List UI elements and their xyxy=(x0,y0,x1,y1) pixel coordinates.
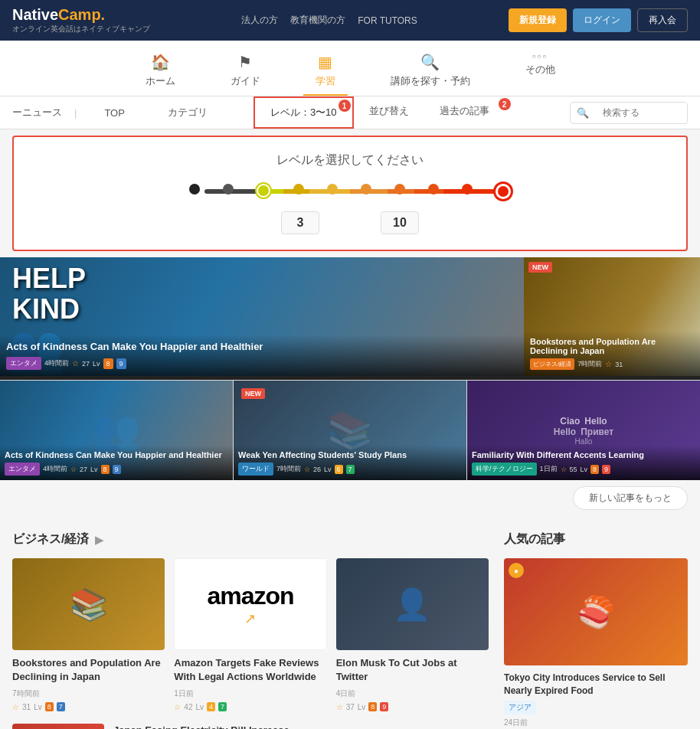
amazon-card-time: 1日前 xyxy=(174,688,194,699)
bookstore-card-stats: ☆ 31 Lv 8 7 xyxy=(12,702,165,711)
nav-home[interactable]: 🏠 ホーム xyxy=(133,47,188,96)
slider-dot-1[interactable] xyxy=(189,184,200,195)
article-amazon: amazon ↗ Amazon Targets Fake Reviews Wit… xyxy=(174,558,326,711)
edu-link[interactable]: 教育機関の方 xyxy=(290,14,345,27)
news-label: ーニュース xyxy=(12,106,62,119)
nav-study[interactable]: ▦ 学習 xyxy=(303,47,348,96)
elon-card-meta: 4日前 xyxy=(336,688,489,699)
elon-thumb-img: 👤 xyxy=(336,558,489,650)
nav-guide[interactable]: ⚑ ガイド xyxy=(218,47,273,96)
elon-thumb: 👤 xyxy=(336,558,489,650)
level-max-value[interactable]: 10 xyxy=(381,211,419,234)
strip-accents: CiaoHello HelloПривет Hallo Familiarity … xyxy=(467,381,700,480)
tab-sort[interactable]: 並び替え xyxy=(354,96,424,129)
level-min-value[interactable]: 3 xyxy=(281,211,319,234)
news-nav-section: ーニュース | TOP カテゴリ xyxy=(12,98,223,127)
slider-dot-8[interactable] xyxy=(428,184,439,195)
hero-meta: エンタメ 4時間前 ☆ 27 Lv 8 9 xyxy=(6,357,518,370)
nav-other[interactable]: ○○○ その他 xyxy=(513,47,568,96)
slider-dot-9[interactable] xyxy=(462,184,473,195)
sushi-tag-area: アジア xyxy=(504,701,688,718)
sushi-thumb: 🍣 ● xyxy=(504,558,688,665)
elon-star-icon: ☆ xyxy=(336,703,343,711)
bookstore-stars: 31 xyxy=(615,361,623,368)
hero-overlay: Acts of Kindness Can Make You Happier an… xyxy=(0,335,524,376)
teacher-icon: 🔍 xyxy=(420,53,440,71)
strip-kindness-cat: エンタメ xyxy=(5,463,40,476)
tab-top[interactable]: TOP xyxy=(89,100,140,126)
slider-dot-7[interactable] xyxy=(394,184,405,195)
small-article-electricity: ⚡ Japan Easing Electricity Bill Increase… xyxy=(12,724,489,729)
register-button[interactable]: 新規登録 xyxy=(509,8,567,32)
strip-kindness-lv: Lv xyxy=(90,466,98,473)
strip-accents-lv1: 8 xyxy=(590,465,599,474)
logo-text: NativeCamp. xyxy=(12,6,150,24)
login-button[interactable]: ログイン xyxy=(573,8,631,32)
strip-accents-star: ☆ xyxy=(561,466,567,473)
slider-container xyxy=(29,184,671,199)
strip-weakyen-meta: ワールド 7時間前 ☆ 26 Lv 6 7 xyxy=(238,463,462,476)
slider-dot-2[interactable] xyxy=(223,184,234,195)
strip-accents-meta: 科学/テクノロジー 1日前 ☆ 55 Lv 8 9 xyxy=(472,463,695,476)
amazon-thumb: amazon ↗ xyxy=(174,558,326,650)
guide-icon: ⚑ xyxy=(238,53,252,71)
strip-weakyen: 📚 NEW Weak Yen Affecting Students' Study… xyxy=(234,381,467,480)
sub-nav: ーニュース | TOP カテゴリ レベル：3〜10 1 並び替え 過去の記事 2… xyxy=(0,96,700,129)
elon-lv1: 8 xyxy=(368,702,377,711)
slider-dot-4[interactable] xyxy=(293,184,304,195)
tab-history[interactable]: 過去の記事 2 xyxy=(424,96,505,129)
amazon-lv-label: Lv xyxy=(195,703,204,711)
slider-dot-6[interactable] xyxy=(361,184,371,195)
sushi-time: 24日前 xyxy=(504,718,688,728)
electricity-thumb-img: ⚡ xyxy=(12,724,104,729)
electricity-title: Japan Easing Electricity Bill Increase xyxy=(113,724,489,729)
corp-link[interactable]: 法人の方 xyxy=(241,14,278,27)
bookstore-card-lv1: 8 xyxy=(45,702,54,711)
more-btn-row: 新しい記事をもっと xyxy=(0,480,700,516)
tab-level[interactable]: レベル：3〜10 1 xyxy=(254,96,354,129)
elon-lv-label: Lv xyxy=(358,703,366,711)
strip-kindness-time: 4時間前 xyxy=(43,464,67,474)
more-button[interactable]: 新しい記事をもっと xyxy=(573,486,688,510)
hero-lv2: 9 xyxy=(116,358,126,369)
bookstore-card-meta: 7時間前 xyxy=(12,688,165,699)
slider-dot-5[interactable] xyxy=(327,184,338,195)
hero-lv1: 8 xyxy=(103,358,113,369)
strip-accents-time: 1日前 xyxy=(540,464,558,474)
bookstore-card-star-icon: ☆ xyxy=(12,703,19,711)
bookstore-star: ☆ xyxy=(605,360,612,368)
amazon-stars: 42 xyxy=(184,703,192,711)
strip-accents-title: Familiarity With Different Accents Learn… xyxy=(472,449,695,460)
main-content: ビジネス/経済 ▶ 📚 Bookstores and Population Ar… xyxy=(12,531,489,729)
search-input[interactable] xyxy=(595,103,687,123)
sushi-tag: アジア xyxy=(504,701,536,714)
popular-section-title: 人気の記事 xyxy=(504,531,688,548)
slider-dot-10[interactable] xyxy=(496,184,511,199)
amazon-card-stats: ☆ 42 Lv 4 7 xyxy=(174,702,326,711)
strip-weakyen-overlay: Weak Yen Affecting Students' Study Plans… xyxy=(234,445,466,480)
strip-weakyen-title: Weak Yen Affecting Students' Study Plans xyxy=(238,449,462,460)
slider-dot-3[interactable] xyxy=(257,184,270,198)
strip-weakyen-stars: 26 xyxy=(313,466,321,473)
elon-stars: 37 xyxy=(346,703,355,711)
tab-level-label: レベル：3〜10 xyxy=(270,106,337,118)
hero-stars: 27 xyxy=(82,360,90,368)
section-arrow-icon: ▶ xyxy=(95,534,103,546)
nav-home-label: ホーム xyxy=(146,74,175,88)
rejoin-button[interactable]: 再入会 xyxy=(637,8,688,32)
new-icon: NEW xyxy=(241,388,265,399)
strip-kindness-overlay: Acts of Kindness Can Make You Happier an… xyxy=(0,445,233,480)
tab-category[interactable]: カテゴリ xyxy=(152,98,223,127)
amazon-thumb-img: amazon ↗ xyxy=(174,558,326,650)
hero-star: ☆ xyxy=(72,359,79,368)
popular-badge-1: ● xyxy=(509,563,524,578)
home-icon: 🏠 xyxy=(151,53,170,71)
tutor-link[interactable]: FOR TUTORS xyxy=(358,15,417,26)
strip-weakyen-lv2: 7 xyxy=(346,465,355,474)
amazon-lv1: 4 xyxy=(207,702,215,711)
nav-teacher[interactable]: 🔍 講師を探す・予約 xyxy=(378,47,482,96)
business-title-text: ビジネス/経済 xyxy=(12,531,89,548)
article-grid: 📚 Bookstores and Population Are Declinin… xyxy=(12,558,489,724)
strip-accents-lv2: 9 xyxy=(602,465,610,474)
strip-accents-overlay: Familiarity With Different Accents Learn… xyxy=(467,445,700,480)
